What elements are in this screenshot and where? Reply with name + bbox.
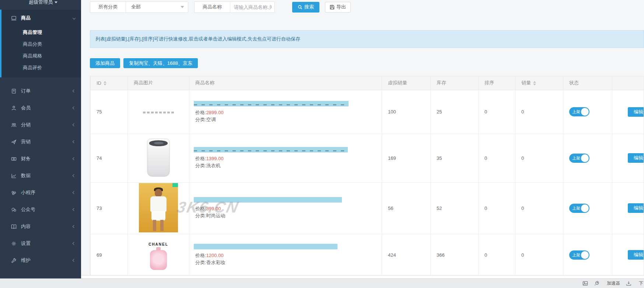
redacted-name-highlight: [194, 147, 348, 152]
cell-id: 69: [91, 234, 128, 275]
status-toggle[interactable]: 上架: [569, 250, 589, 260]
images-toggle-icon[interactable]: [582, 281, 588, 286]
cell-virtual-sales[interactable]: 100: [382, 90, 431, 134]
sidebar-item-official-account[interactable]: 公众号: [0, 201, 81, 218]
user-menu[interactable]: 超级管理员: [0, 0, 81, 7]
status-toggle[interactable]: 上架: [569, 154, 589, 163]
sort-sales-control[interactable]: [533, 81, 536, 85]
sidebar-item-products[interactable]: 商品: [1, 10, 81, 27]
cell-stock[interactable]: 35: [431, 134, 479, 182]
cell-sales: 0: [515, 90, 563, 134]
product-image[interactable]: CHANEL: [128, 234, 189, 275]
brand-label: CHANEL: [148, 242, 168, 246]
product-name-input[interactable]: [230, 2, 274, 13]
wrench-icon: [11, 258, 17, 263]
model-photo: [139, 183, 178, 232]
price-value: 399.00: [206, 206, 221, 211]
caret-down-icon: [181, 6, 184, 8]
search-button[interactable]: 搜索: [292, 2, 319, 13]
search-icon: [298, 5, 302, 10]
send-icon: [11, 139, 17, 145]
notice-banner: 列表[虚拟销量],[库存],[排序]可进行快速修改,双击或者单击进入编辑模式,失…: [90, 30, 644, 48]
sidebar-item-product-category[interactable]: 商品分类: [1, 38, 81, 50]
cell-sort[interactable]: 0: [479, 90, 515, 134]
copy-products-button[interactable]: 复制淘宝、天猫、1688、京东: [123, 58, 198, 68]
toggle-knob: [581, 251, 589, 259]
edit-button[interactable]: 编辑: [628, 153, 644, 163]
col-name: 商品名称: [195, 80, 214, 85]
sidebar-item-product-manage[interactable]: 商品管理: [1, 27, 81, 38]
document-icon: [11, 88, 17, 94]
notice-text: 列表[虚拟销量],[库存],[排序]可进行快速修改,双击或者单击进入编辑模式,失…: [95, 36, 300, 42]
sidebar-item-maintenance[interactable]: 维护: [0, 252, 81, 269]
status-toggle[interactable]: 上架: [569, 204, 589, 213]
sidebar-item-marketing[interactable]: 营销: [0, 133, 81, 150]
category-select[interactable]: 全部: [126, 2, 188, 13]
export-button[interactable]: 导出: [325, 2, 351, 13]
col-virtual-sales: 虚拟销量: [388, 80, 407, 85]
col-status: 状态: [569, 80, 579, 85]
cell-sort[interactable]: 0: [479, 134, 515, 182]
status-toggle[interactable]: 上架: [569, 107, 589, 116]
download-manager-item[interactable]: 下: [637, 280, 643, 287]
chevron-left-icon: [73, 157, 76, 160]
toggle-knob: [581, 204, 589, 212]
redacted-name-highlight: [194, 197, 342, 203]
sidebar-item-members[interactable]: 会员: [0, 99, 81, 116]
sidebar-item-product-spec[interactable]: 商品规格: [1, 50, 81, 62]
product-image[interactable]: [128, 90, 189, 134]
cell-stock[interactable]: 366: [431, 234, 479, 275]
cell-id: 73: [91, 182, 128, 234]
user-icon: [11, 105, 17, 111]
toggle-knob: [581, 154, 589, 162]
sidebar-item-settings[interactable]: 设置: [0, 235, 81, 252]
accelerator-item[interactable]: 加速器: [605, 280, 620, 287]
cell-sort[interactable]: 0: [479, 234, 515, 275]
cell-sales: 0: [515, 234, 563, 275]
perfume-photo: CHANEL: [148, 242, 168, 270]
edit-button[interactable]: 编辑: [628, 250, 644, 260]
sidebar-item-distribution[interactable]: 分销: [0, 116, 81, 133]
add-product-button[interactable]: 添加商品: [90, 58, 120, 68]
table-row: 74 价格:1399.00 分类:洗衣机 169 35 0 0 上架 编辑: [91, 134, 644, 182]
products-submenu: 商品管理 商品分类 商品规格 商品评价: [1, 27, 81, 77]
cell-sort[interactable]: 0: [479, 182, 515, 234]
edit-button[interactable]: 编辑: [628, 203, 644, 213]
table-row: 75 价格:2899.00 分类:空调 100 25 0 0 上架 编辑: [91, 90, 644, 134]
sidebar-item-data[interactable]: 数据: [0, 167, 81, 184]
sort-id-control[interactable]: [104, 81, 106, 85]
chevron-left-icon: [73, 89, 76, 92]
cell-sales: 0: [515, 134, 563, 182]
price-value: 2899.00: [206, 110, 224, 115]
sidebar-item-mini-program[interactable]: 小程序: [0, 184, 81, 201]
cell-stock[interactable]: 25: [431, 90, 479, 134]
cell-stock[interactable]: 52: [431, 182, 479, 234]
toggle-knob: [581, 108, 589, 116]
col-stock: 库存: [437, 80, 446, 85]
edit-button[interactable]: 编辑: [628, 107, 644, 117]
product-image[interactable]: [128, 182, 189, 234]
price-value: 1399.00: [206, 156, 224, 161]
sidebar: 超级管理员 商品 商品管理 商品分类 商品规格 商品评价 订单 会员 分销: [0, 0, 81, 278]
download-icon[interactable]: [626, 281, 631, 286]
sidebar-item-product-review[interactable]: 商品评价: [1, 62, 81, 74]
product-photo-placeholder: [143, 112, 174, 113]
cell-virtual-sales[interactable]: 424: [382, 234, 431, 275]
product-image[interactable]: [128, 134, 189, 182]
name-filter-group: 商品名称: [194, 1, 275, 13]
filter-bar: 所有分类 全部 商品名称 搜索 导出: [90, 1, 351, 13]
sidebar-item-content[interactable]: 内容: [0, 218, 81, 235]
sidebar-item-finance[interactable]: 财务: [0, 150, 81, 167]
user-name: 超级管理员: [29, 0, 53, 6]
cell-virtual-sales[interactable]: 169: [382, 134, 431, 182]
cell-virtual-sales[interactable]: 56: [382, 182, 431, 234]
washing-machine-photo: [147, 138, 170, 177]
table-row: 69 CHANEL 价格:1200.00 分类:香水彩妆 424 366: [91, 234, 644, 275]
cell-name: 价格:2899.00 分类:空调: [189, 90, 382, 134]
redacted-name-highlight: [194, 244, 337, 249]
sidebar-item-orders[interactable]: 订单: [0, 82, 81, 99]
table-header-row: ID 商品图片 商品名称 虚拟销量 库存 排序 销量 状态: [91, 76, 644, 90]
product-table: 3K6.CN ID 商品图片 商品名称 虚拟销量 库存 排序 销量 状态: [90, 76, 644, 275]
booster-icon[interactable]: [594, 281, 599, 286]
book-icon: [11, 224, 17, 229]
